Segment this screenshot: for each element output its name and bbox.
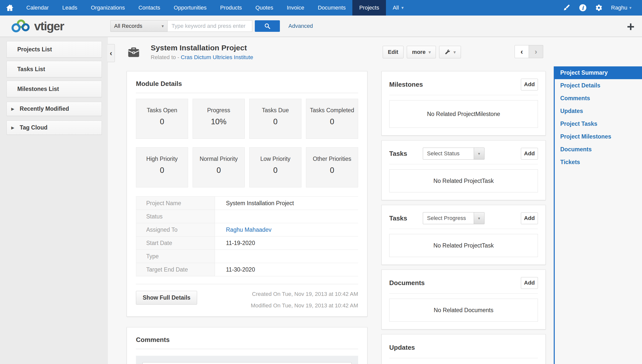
stat-normal-priority: Normal Priority 0 — [193, 147, 245, 187]
nav-item-quotes[interactable]: Quotes — [249, 0, 280, 16]
created-on-text: Created On Tue, Nov 19, 2013 at 10:42 AM — [251, 291, 358, 297]
nav-item-contacts[interactable]: Contacts — [132, 0, 167, 16]
caret-down-icon: ▾ — [474, 212, 484, 224]
add-task-button[interactable]: Add — [521, 212, 538, 224]
stats-grid: Tasks Open 0 Progress 10% Tasks Due 0 — [136, 99, 358, 187]
topnav-right: i Raghu ▾ — [563, 0, 642, 16]
tasks-empty-state: No Related ProjectTask — [389, 169, 538, 192]
summary-nav-comments[interactable]: Comments — [555, 92, 642, 105]
nav-item-invoice[interactable]: Invoice — [280, 0, 311, 16]
search-scope-value: All Records — [114, 23, 142, 29]
summary-sidebar: Project Summary Project Details Comments… — [554, 37, 642, 364]
gear-icon[interactable] — [595, 4, 603, 12]
page-title: System Installation Project — [151, 44, 253, 52]
divider — [389, 293, 538, 294]
tasks-title: Tasks — [389, 214, 407, 222]
module-details-title: Module Details — [136, 80, 358, 88]
sidebar-item-projects-list[interactable]: Projects List — [7, 41, 102, 58]
nav-item-documents[interactable]: Documents — [311, 0, 352, 16]
nav-item-organizations[interactable]: Organizations — [84, 0, 132, 16]
nav-item-all[interactable]: All ▾ — [386, 0, 411, 16]
advanced-search-link[interactable]: Advanced — [288, 23, 313, 29]
field-assigned-to-link[interactable]: Raghu Mahaadev — [215, 223, 358, 236]
sidebar-item-milestones-list[interactable]: Milestones List — [7, 81, 102, 97]
sidebar-item-tag-cloud[interactable]: ▶ Tag Cloud — [7, 120, 102, 135]
related-to-prefix: Related to - — [151, 54, 179, 60]
nav-item-all-label: All — [393, 5, 399, 11]
sidebar-item-tasks-list[interactable]: Tasks List — [7, 61, 102, 77]
select-progress-dropdown[interactable]: Select Progress ▾ — [423, 212, 485, 224]
user-name: Raghu — [611, 5, 627, 11]
search-scope-select[interactable]: All Records ▾ — [110, 20, 168, 32]
vtiger-logo[interactable]: vtiger — [10, 18, 100, 34]
add-task-button[interactable]: Add — [521, 148, 538, 160]
summary-nav-project-details[interactable]: Project Details — [555, 79, 642, 92]
select-status-dropdown[interactable]: Select Status ▾ — [423, 148, 485, 160]
timestamps: Created On Tue, Nov 19, 2013 at 10:42 AM… — [251, 291, 358, 309]
summary-nav-tickets[interactable]: Tickets — [555, 156, 642, 169]
nav-item-products[interactable]: Products — [213, 0, 249, 16]
field-start-date: 11-19-2020 — [215, 236, 358, 250]
summary-nav-project-milestones[interactable]: Project Milestones — [555, 130, 642, 143]
caret-down-icon: ▾ — [401, 5, 404, 11]
chevron-left-icon: ‹ — [521, 47, 523, 56]
nav-item-leads[interactable]: Leads — [55, 0, 84, 16]
summary-nav-project-summary[interactable]: Project Summary — [555, 66, 642, 79]
stat-low-priority: Low Priority 0 — [249, 147, 301, 187]
nav-item-calendar[interactable]: Calendar — [20, 0, 55, 16]
milestones-panel: Milestones Add No Related ProjectMilesto… — [381, 71, 546, 136]
user-menu[interactable]: Raghu ▾ — [611, 5, 631, 11]
previous-record-button[interactable]: ‹ — [515, 45, 529, 58]
record-pager: ‹ › — [515, 45, 543, 58]
more-label: more — [412, 49, 426, 55]
global-search: All Records ▾ Advanced — [110, 20, 313, 32]
edit-button[interactable]: Edit — [383, 46, 404, 58]
chevron-right-icon: › — [535, 47, 537, 56]
sidebar-item-recently-modified[interactable]: ▶ Recently Modified — [7, 102, 102, 116]
related-to-link[interactable]: Cras Dictum Ultricies Institute — [181, 54, 253, 60]
table-row: Status — [136, 210, 358, 223]
stat-tasks-open: Tasks Open 0 — [136, 99, 188, 139]
summary-nav-project-tasks[interactable]: Project Tasks — [555, 117, 642, 130]
stat-progress: Progress 10% — [193, 99, 245, 139]
settings-wrench-button[interactable]: ▾ — [439, 46, 461, 58]
search-icon — [264, 23, 271, 29]
record-titles: System Installation Project Related to -… — [151, 44, 253, 61]
comment-input[interactable] — [142, 362, 352, 364]
table-row: Type — [136, 250, 358, 263]
divider — [136, 349, 358, 349]
field-project-name: System Installation Project — [215, 197, 358, 210]
comments-card: Comments — [127, 327, 367, 364]
field-status — [215, 210, 358, 223]
summary-nav-updates[interactable]: Updates — [555, 105, 642, 117]
vtiger-cloud-icon — [10, 18, 32, 34]
info-icon[interactable]: i — [579, 4, 587, 12]
add-milestone-button[interactable]: Add — [521, 79, 538, 90]
nav-item-opportunities[interactable]: Opportunities — [167, 0, 213, 16]
sidebar-collapse-button[interactable]: ‹ — [107, 44, 115, 62]
brush-icon[interactable] — [563, 4, 571, 12]
updates-title: Updates — [389, 344, 415, 351]
milestones-title: Milestones — [389, 81, 423, 88]
show-full-details-button[interactable]: Show Full Details — [136, 291, 197, 305]
divider — [389, 358, 538, 358]
nav-item-projects[interactable]: Projects — [352, 0, 386, 16]
table-row: Project Name System Installation Project — [136, 196, 358, 210]
search-input[interactable] — [168, 20, 252, 32]
home-icon[interactable] — [0, 0, 20, 16]
quick-create-plus-icon[interactable]: + — [627, 20, 634, 33]
next-record-button[interactable]: › — [529, 45, 543, 58]
search-button[interactable] — [255, 20, 280, 32]
field-target-end-date: 11-30-2020 — [215, 263, 358, 276]
body-row: Projects List Tasks List Milestones List… — [0, 37, 642, 364]
briefcase-icon — [127, 46, 141, 59]
summary-nav-documents[interactable]: Documents — [555, 143, 642, 156]
sidebar-item-label: Recently Modified — [20, 105, 69, 112]
related-to-line: Related to - Cras Dictum Ultricies Insti… — [151, 54, 253, 61]
more-button[interactable]: more ▾ — [407, 46, 436, 58]
table-row: Start Date 11-19-2020 — [136, 236, 358, 250]
add-document-button[interactable]: Add — [521, 277, 538, 289]
collapse-chevron-icon: ‹ — [110, 49, 112, 57]
triangle-right-icon: ▶ — [11, 107, 14, 111]
module-details-card: Module Details Tasks Open 0 Progress 10% — [127, 71, 367, 317]
